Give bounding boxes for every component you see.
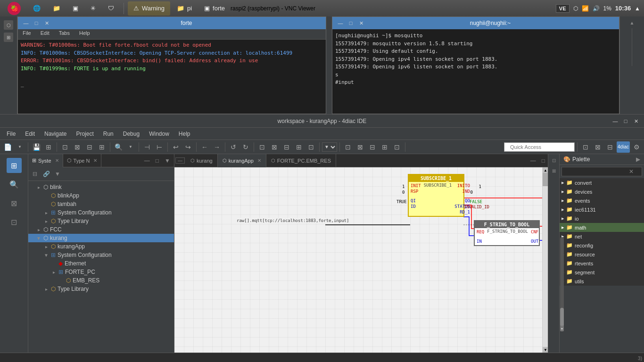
quick-access-input[interactable] <box>508 144 570 150</box>
tb-run3[interactable]: ⊟ <box>281 141 292 153</box>
palette-group-resource[interactable]: ▸ 📁 resource <box>560 250 644 259</box>
ide-right-icon-2[interactable]: ⊠ <box>550 166 558 175</box>
palette-group-events[interactable]: ▸ 📁 events <box>560 196 644 205</box>
tree-kurang[interactable]: ▼ ⬡ kurang <box>28 234 174 242</box>
shield-button[interactable]: 🛡 <box>102 1 120 16</box>
tb-layout1[interactable]: ⊡ <box>342 141 354 153</box>
panel-tab-typen[interactable]: ⬡ Type N ✕ <box>63 154 102 167</box>
tab-kurangapp-close[interactable]: ✕ <box>257 158 261 163</box>
system-tab-close[interactable]: ✕ <box>55 158 59 163</box>
tb-undo[interactable]: ↩ <box>170 141 182 153</box>
tb-zoom[interactable]: 🔍 <box>113 141 124 153</box>
tb-tool2[interactable]: ⊠ <box>72 141 83 153</box>
ide-menu-debug[interactable]: Debug <box>118 130 144 138</box>
ide-menu-file[interactable]: File <box>2 130 20 138</box>
tb-view1[interactable]: ⊡ <box>580 141 591 153</box>
tree-kurangapp[interactable]: ▸ ⬡ kurangApp <box>28 242 174 251</box>
sidebar-debug-icon[interactable]: ⊡ <box>7 214 22 230</box>
forte-maximize[interactable]: □ <box>32 19 41 27</box>
pi-app-button[interactable]: 📁 pi <box>171 1 198 16</box>
forte-app-button[interactable]: ▣ forte <box>198 1 231 16</box>
forte-minimize[interactable]: — <box>22 19 30 27</box>
fb-fstring-to-bool[interactable]: F_STRING_TO_BOOL REQ IN F_STRING_TO_BOOL… <box>474 220 540 246</box>
tree-syscfg-kurang[interactable]: ▼ ⊞ System Configuration <box>28 251 174 259</box>
tb-run5[interactable]: ⊡ <box>305 141 317 153</box>
tb-layout4[interactable]: ⊞ <box>379 141 390 153</box>
warning-app-button[interactable]: ⚠ Warning <box>128 1 170 16</box>
tb-settings[interactable]: ⚙ <box>631 141 642 153</box>
tree-fcc[interactable]: ▸ ⬡ FCC <box>28 225 174 234</box>
tb-tool4[interactable]: ⊞ <box>96 141 107 153</box>
burst-button[interactable]: ✳ <box>85 1 101 16</box>
forte-menu-file[interactable]: File <box>18 29 36 39</box>
tb-next[interactable]: → <box>211 141 223 153</box>
canvas-area[interactable]: raw[].mqtt[tcp://localhost:1883,forte,in… <box>174 167 548 353</box>
tb-run4[interactable]: ⊞ <box>293 141 305 153</box>
tb-run1[interactable]: ⊡ <box>256 141 268 153</box>
palette-expand-btn[interactable]: ▶ <box>636 156 640 163</box>
tb-new[interactable]: 📄 <box>2 141 13 153</box>
palette-scroll-thumb[interactable] <box>560 308 564 327</box>
palette-group-net[interactable]: ▸ 📁 net <box>560 232 644 241</box>
forte-menu-edit[interactable]: Edit <box>36 29 54 39</box>
ide-menu-window[interactable]: Window <box>144 130 174 138</box>
palette-group-iec61131[interactable]: ▸ 📁 iec61131 <box>560 205 644 214</box>
tabs-left-panel[interactable]: — <box>175 157 185 164</box>
terminal-close[interactable]: ✕ <box>357 19 365 27</box>
panel-dropdown-menu[interactable]: ▼ <box>53 169 62 179</box>
tree-blink[interactable]: ▸ ⬡ blink <box>28 183 174 191</box>
ide-menu-edit[interactable]: Edit <box>20 130 40 138</box>
tb-conn1[interactable]: ⊣ <box>141 141 153 153</box>
tree-emb-res[interactable]: ⬡ EMB_RES <box>28 276 174 285</box>
tb-perspective[interactable]: 4diac <box>617 141 630 153</box>
palette-group-rtevents[interactable]: ▸ 📁 rtevents <box>560 259 644 268</box>
canvas-scrollbar-v[interactable]: ▲ ▼ <box>542 167 548 353</box>
forte-menu-help[interactable]: Help <box>74 29 95 39</box>
palette-search-input[interactable] <box>562 167 628 176</box>
canvas-scroll-down[interactable]: ▼ <box>543 347 548 353</box>
tb-redo[interactable]: ↪ <box>182 141 194 153</box>
tree-tambah[interactable]: ⬡ tambah <box>28 200 174 208</box>
tb-tool3[interactable]: ⊟ <box>84 141 95 153</box>
tree-typelib-blink[interactable]: ▸ ⬡ Type Library <box>28 217 174 225</box>
vnc-icon-1[interactable]: ⬡ <box>4 20 13 30</box>
ide-right-icon-1[interactable]: ⊡ <box>550 156 558 165</box>
palette-clear-icon[interactable]: ✕ <box>628 167 635 176</box>
quick-access-box[interactable] <box>504 142 575 152</box>
editor-tab-min[interactable]: — <box>528 156 538 165</box>
palette-scrollbar[interactable]: ▼ <box>560 237 564 331</box>
tree-forte-pc[interactable]: ▸ ⊞ FORTE_PC <box>28 268 174 276</box>
editor-tab-max[interactable]: □ <box>540 156 547 165</box>
palette-group-segment[interactable]: ▸ 📁 segment <box>560 268 644 277</box>
terminal-maximize[interactable]: □ <box>347 19 355 27</box>
forte-close[interactable]: ✕ <box>42 19 51 27</box>
ide-menu-run[interactable]: Run <box>99 130 118 138</box>
rpi-menu-button[interactable]: 🍓 <box>2 1 26 16</box>
tree-syscfg-blink[interactable]: ▸ ⊞ System Configuration <box>28 208 174 217</box>
tb-save-all[interactable]: ⊞ <box>43 141 54 153</box>
browser-button[interactable]: 🌐 <box>27 1 46 16</box>
panel-maximize-btn[interactable]: □ <box>154 156 161 165</box>
sidebar-explorer-icon[interactable]: ⊞ <box>7 158 22 173</box>
panel-collapse-all[interactable]: ⊟ <box>30 169 40 179</box>
tree-ethernet[interactable]: ◆ Ethernet <box>28 259 174 268</box>
tb-conn2[interactable]: ⊢ <box>154 141 165 153</box>
fb-subscribe-1[interactable]: SUBSCRIBE_1 INIT RSP QI ID SUBSCRIBE_1 <box>408 174 464 217</box>
tb-view2[interactable]: ⊠ <box>592 141 603 153</box>
tb-dropdown[interactable]: ▼ <box>14 141 25 153</box>
canvas-scroll-thumb-v[interactable] <box>543 172 548 186</box>
palette-group-convert[interactable]: ▸ 📁 convert <box>560 178 644 187</box>
canvas-scroll-up[interactable]: ▲ <box>543 167 548 173</box>
tb-ref1[interactable]: ↺ <box>228 141 239 153</box>
ide-minimize[interactable]: — <box>611 117 619 125</box>
tb-layout2[interactable]: ⊠ <box>355 141 366 153</box>
tb-prev[interactable]: ← <box>199 141 210 153</box>
tb-run2[interactable]: ⊠ <box>269 141 280 153</box>
tb-save[interactable]: 💾 <box>31 141 42 153</box>
tb-dropdown-select[interactable]: ▼ <box>322 142 337 152</box>
ide-menu-project[interactable]: Project <box>71 130 98 138</box>
sidebar-scm-icon[interactable]: ⊠ <box>7 196 22 211</box>
tb-layout5[interactable]: ⊡ <box>391 141 403 153</box>
palette-group-utils[interactable]: ▸ 📁 utils <box>560 277 644 286</box>
files-button[interactable]: 📁 <box>47 1 66 16</box>
